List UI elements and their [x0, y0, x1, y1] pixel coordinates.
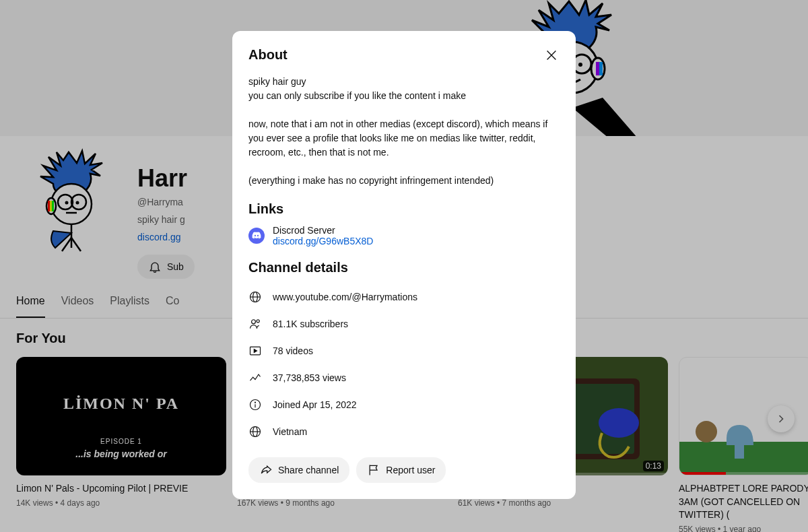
link-url[interactable]: discord.gg/G96wB5X8D [273, 236, 373, 246]
detail-videos: 78 videos [248, 337, 560, 364]
report-user-button[interactable]: Report user [356, 457, 446, 483]
detail-country: Vietnam [248, 418, 560, 445]
channel-details-heading: Channel details [248, 260, 560, 275]
subscribers-icon [248, 317, 262, 331]
detail-joined: Joined Apr 15, 2022 [248, 391, 560, 418]
detail-subscribers: 81.1K subscribers [248, 310, 560, 337]
share-icon [259, 463, 273, 477]
links-heading: Links [248, 201, 560, 217]
detail-views: 37,738,853 views [248, 364, 560, 391]
globe-icon [248, 425, 262, 438]
about-description: spiky hair guy you can only subscribe if… [248, 75, 560, 188]
close-button[interactable] [541, 44, 562, 66]
link-row[interactable]: Discrod Server discord.gg/G96wB5X8D [248, 225, 560, 246]
discord-icon [248, 228, 265, 244]
about-heading: About [248, 47, 560, 63]
about-modal: About spiky hair guy you can only subscr… [232, 31, 576, 499]
globe-icon [248, 290, 262, 304]
close-icon [544, 48, 559, 63]
share-channel-button[interactable]: Share channel [248, 457, 349, 483]
videos-icon [248, 344, 262, 358]
detail-url: www.youtube.com/@Harrymations [248, 284, 560, 310]
svg-point-35 [257, 320, 259, 323]
flag-icon [367, 463, 380, 477]
info-icon [248, 398, 262, 411]
svg-point-34 [252, 320, 256, 324]
modal-overlay[interactable]: About spiky hair guy you can only subscr… [0, 0, 808, 532]
views-icon [248, 371, 262, 385]
link-label: Discrod Server [273, 225, 373, 236]
svg-point-39 [255, 402, 256, 403]
